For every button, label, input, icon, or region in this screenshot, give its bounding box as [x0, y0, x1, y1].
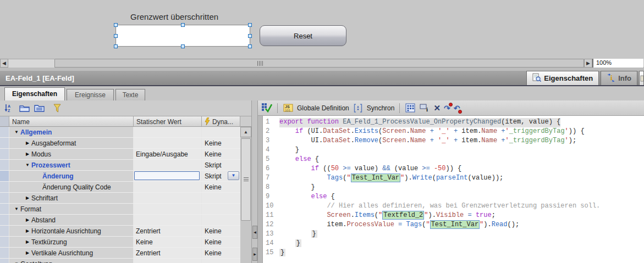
code-line[interactable]: 6 if ((50 >= value) && (value >= -50)) { — [263, 165, 644, 174]
folder-list-icon[interactable] — [34, 103, 45, 114]
sort-az-icon[interactable]: AZ — [4, 103, 15, 114]
dynamization-cell[interactable] — [202, 127, 240, 137]
selection-handle[interactable] — [114, 34, 118, 38]
collapse-left-button[interactable]: ◀ — [252, 226, 257, 239]
expander-icon[interactable]: ▼ — [24, 163, 31, 167]
scroll-left-button[interactable]: ◀ — [0, 59, 8, 68]
static-value-cell[interactable] — [134, 182, 202, 192]
static-value-cell[interactable] — [134, 171, 202, 181]
row-selector-cell[interactable] — [0, 138, 9, 148]
code-line[interactable]: 10 // Hier alles definieren, was bei Gre… — [263, 202, 644, 211]
static-value-cell[interactable] — [134, 138, 202, 148]
tab-info-right[interactable]: i Info — [601, 71, 637, 85]
tag-reference[interactable]: Test_Int_Var — [430, 220, 480, 229]
table-row[interactable]: ▶Horizontale AusrichtungZentriertKeine — [0, 226, 240, 236]
row-selector-cell[interactable] — [0, 215, 9, 225]
tab-eigenschaften[interactable]: Eigenschaften — [4, 87, 65, 100]
row-selector-cell[interactable] — [0, 149, 9, 159]
row-selector-cell[interactable] — [0, 259, 9, 263]
table-row[interactable]: ▼ProzesswertSkript — [0, 160, 240, 170]
expander-icon[interactable]: ▶ — [24, 239, 31, 244]
property-name-cell[interactable]: ▶Ausgabeformat — [9, 138, 134, 148]
dynamization-cell[interactable]: Skript▼ — [202, 171, 240, 181]
selection-handle[interactable] — [114, 23, 118, 27]
selection-handle[interactable] — [248, 23, 252, 27]
table-row[interactable]: ▶Vertikale AusrichtungZentriertKeine — [0, 248, 240, 258]
static-value-cell[interactable]: Zentriert — [134, 226, 202, 236]
code-line[interactable]: 4 } — [263, 146, 644, 155]
tab-eigenschaften-right[interactable]: Eigenschaften — [526, 71, 599, 85]
script-code-area[interactable]: 1export function EA_Feld_1_ProcessValue_… — [258, 116, 644, 263]
synchron-label[interactable]: Synchron — [367, 104, 395, 112]
selection-handle[interactable] — [114, 44, 118, 48]
table-row[interactable]: ▶TextkürzungKeineKeine — [0, 237, 240, 247]
tab-texte[interactable]: Texte — [115, 89, 145, 100]
row-selector-cell[interactable] — [0, 127, 9, 137]
expander-icon[interactable]: ▶ — [24, 250, 31, 255]
code-line[interactable]: 1export function EA_Feld_1_ProcessValue_… — [263, 118, 644, 127]
table-row[interactable]: ▶ModusEingabe/AusgabeKeine — [0, 149, 240, 159]
static-value-cell[interactable] — [134, 259, 202, 263]
tag-reference[interactable]: Test_Int_Var — [351, 174, 400, 182]
property-name-cell[interactable]: Änderung — [9, 171, 134, 181]
validate-script-icon[interactable] — [261, 103, 272, 114]
property-rows[interactable]: ▼Allgemein▶AusgabeformatKeine▶ModusEinga… — [0, 127, 240, 263]
static-value-cell[interactable] — [134, 127, 202, 137]
static-value-cell[interactable]: Zentriert — [134, 248, 202, 258]
property-name-cell[interactable]: ▶Textkürzung — [9, 237, 134, 247]
dynamization-cell[interactable]: Keine — [202, 237, 240, 247]
code-line[interactable]: 7 Tags("Test_Int_Var").Write(parseInt(va… — [263, 174, 644, 183]
row-selector-cell[interactable] — [0, 171, 9, 181]
row-selector-cell[interactable] — [0, 204, 9, 214]
code-line[interactable]: 11 Screen.Items("Textfeld_2").Visible = … — [263, 211, 644, 221]
table-row[interactable]: ▼Gestaltung — [0, 259, 240, 263]
static-value-cell[interactable]: Keine — [134, 237, 202, 247]
expander-icon[interactable]: ▶ — [24, 217, 31, 222]
property-name-cell[interactable]: ▶Modus — [9, 149, 134, 159]
code-line[interactable]: 15} — [263, 249, 644, 258]
global-definition-icon[interactable]: JS101 — [283, 103, 294, 114]
zoom-level-select[interactable]: 100% — [592, 59, 643, 68]
selection-handle[interactable] — [181, 44, 185, 48]
dynamization-dropdown-button[interactable]: ▼ — [228, 171, 239, 180]
tab-ereignisse[interactable]: Ereignisse — [67, 89, 114, 100]
expander-icon[interactable]: ▶ — [24, 152, 31, 156]
global-definition-label[interactable]: Globale Definition — [297, 104, 349, 112]
code-line[interactable]: 13 } — [263, 230, 644, 239]
code-line[interactable]: 14 } — [263, 239, 644, 249]
keypad-icon[interactable] — [405, 103, 416, 114]
table-row[interactable]: ÄnderungSkript▼ — [0, 171, 240, 181]
code-line[interactable]: 8 } — [263, 183, 644, 193]
static-value-cell[interactable] — [134, 204, 202, 214]
redo-with-error-icon[interactable]: ↷ — [444, 104, 450, 113]
scrollbar-track[interactable] — [8, 59, 54, 68]
dynamization-cell[interactable]: Keine — [202, 138, 240, 148]
expander-icon[interactable]: ▶ — [24, 228, 31, 233]
property-name-cell[interactable]: ▶Schriftart — [9, 193, 134, 203]
tab-partial-right[interactable] — [639, 71, 644, 85]
property-name-cell[interactable]: ▶Horizontale Ausrichtung — [9, 226, 134, 236]
dynamization-cell[interactable]: Keine — [202, 149, 240, 159]
static-value-cell[interactable] — [134, 215, 202, 225]
design-canvas[interactable]: Grenzwert überschritten Reset — [0, 0, 644, 59]
row-selector-cell[interactable] — [0, 182, 9, 192]
expander-icon[interactable]: ▶ — [24, 141, 31, 146]
property-name-cell[interactable]: ▼Format — [9, 204, 134, 214]
table-row[interactable]: ▶Abstand — [0, 215, 240, 225]
scrollbar-thumb[interactable] — [54, 59, 584, 68]
static-value-input[interactable] — [134, 171, 200, 180]
canvas-text-label[interactable]: Grenzwert überschritten — [130, 12, 218, 21]
property-name-cell[interactable]: ▶Abstand — [9, 215, 134, 225]
table-row[interactable]: ▼Format — [0, 204, 240, 214]
table-row[interactable]: ▶AusgabeformatKeine — [0, 138, 240, 148]
dynamization-cell[interactable]: Keine — [202, 248, 240, 258]
dynamization-cell[interactable]: Keine — [202, 226, 240, 236]
code-lines[interactable]: 1export function EA_Feld_1_ProcessValue_… — [263, 116, 644, 263]
code-line[interactable]: 5 else { — [263, 155, 644, 165]
property-name-cell[interactable]: ▼Gestaltung — [9, 259, 134, 263]
static-value-cell[interactable] — [134, 160, 202, 170]
row-selector-cell[interactable] — [0, 160, 9, 170]
collapse-right-button[interactable]: ▶ — [252, 248, 257, 261]
static-value-cell[interactable]: Eingabe/Ausgabe — [134, 149, 202, 159]
canvas-reset-button[interactable]: Reset — [260, 25, 346, 46]
